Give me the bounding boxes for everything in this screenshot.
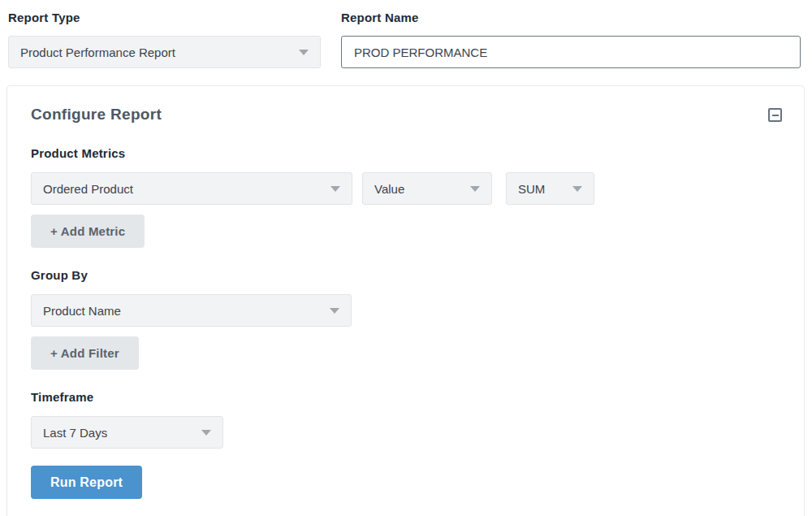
chevron-down-icon xyxy=(330,308,339,314)
report-type-select[interactable]: Product Performance Report xyxy=(8,36,321,68)
group-by-select[interactable]: Product Name xyxy=(31,294,352,327)
add-filter-button[interactable]: + Add Filter xyxy=(31,336,139,370)
panel-title: Configure Report xyxy=(31,106,162,124)
group-by-label: Group By xyxy=(31,268,88,282)
chevron-down-icon xyxy=(201,430,211,436)
report-name-label: Report Name xyxy=(341,11,419,24)
timeframe-select[interactable]: Last 7 Days xyxy=(31,416,223,449)
add-metric-button[interactable]: + Add Metric xyxy=(31,215,145,248)
report-name-input[interactable] xyxy=(341,36,801,68)
metric-select[interactable]: Ordered Product xyxy=(31,172,352,205)
report-type-selected-value: Product Performance Report xyxy=(20,46,291,59)
dimension-select[interactable]: Value xyxy=(362,172,492,205)
chevron-down-icon xyxy=(330,186,340,192)
product-metrics-label: Product Metrics xyxy=(31,146,125,160)
report-type-label: Report Type xyxy=(8,11,80,24)
timeframe-label: Timeframe xyxy=(31,390,93,404)
group-by-selected-value: Product Name xyxy=(43,304,322,318)
metric-selected-value: Ordered Product xyxy=(43,182,322,196)
minus-icon xyxy=(772,115,779,116)
timeframe-selected-value: Last 7 Days xyxy=(43,426,193,440)
chevron-down-icon xyxy=(299,50,309,55)
chevron-down-icon xyxy=(572,186,582,192)
run-report-button[interactable]: Run Report xyxy=(31,466,142,499)
chevron-down-icon xyxy=(470,186,480,192)
configure-report-panel: Configure Report Product Metrics Ordered… xyxy=(6,85,805,516)
collapse-panel-button[interactable] xyxy=(768,108,782,122)
aggregation-selected-value: SUM xyxy=(518,182,564,196)
aggregation-select[interactable]: SUM xyxy=(506,172,594,205)
dimension-selected-value: Value xyxy=(374,182,462,196)
